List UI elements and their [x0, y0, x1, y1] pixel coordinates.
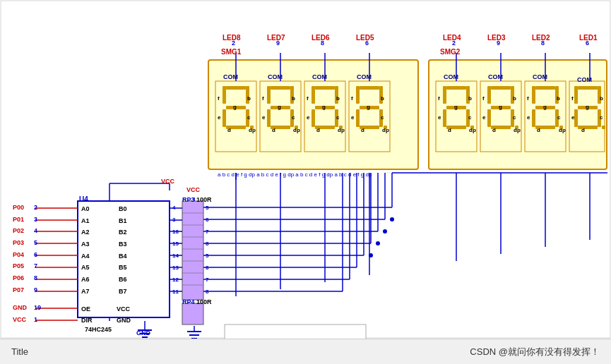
- svg-rect-11: [226, 86, 246, 90]
- rp4-value: 100R: [196, 298, 212, 305]
- seg-g-led6: g: [322, 104, 326, 110]
- ic-pin-a0: A0: [81, 205, 90, 212]
- svg-rect-84: [182, 303, 203, 324]
- port-gnd: GND: [13, 304, 27, 311]
- seg-b-led1: b: [600, 95, 603, 102]
- seg-f-led6: f: [307, 95, 309, 102]
- port-p02: P02: [13, 227, 24, 234]
- vcc-rp3: VCC: [186, 186, 200, 193]
- svg-rect-74: [602, 126, 605, 129]
- seg-g-led1: g: [586, 104, 589, 110]
- seg-f-led1: f: [571, 95, 574, 102]
- com2-label: COM: [268, 73, 283, 80]
- seg-g-led7: g: [278, 104, 281, 110]
- seg-d-led4: d: [448, 127, 451, 133]
- seg-c-led1: c: [600, 114, 603, 121]
- com3-label: COM: [312, 73, 327, 80]
- main-canvas: LED8 LED7 LED6 LED5 LED4 LED3 LED2 LED1 …: [0, 0, 611, 364]
- seg-dp-led2: dp: [559, 127, 566, 133]
- seg-c-led4: c: [468, 114, 471, 121]
- port-p03: P03: [13, 239, 24, 246]
- seg-c-led2: c: [557, 114, 560, 121]
- svg-rect-72: [574, 86, 578, 104]
- smg1-pin2-1: 2: [232, 40, 235, 47]
- ic-pin-a5: A5: [81, 264, 90, 271]
- smg1-pin9-1: 9: [276, 40, 280, 47]
- svg-rect-59: [535, 86, 555, 90]
- seg-e-led6: e: [307, 114, 309, 121]
- seg-c-led3: c: [513, 114, 516, 121]
- svg-rect-63: [532, 109, 535, 127]
- com1-label: COM: [223, 73, 238, 80]
- port-num-p02: 4: [34, 227, 37, 234]
- svg-rect-48: [443, 86, 446, 104]
- rp3-value: 100R: [196, 196, 212, 203]
- svg-point-128: [390, 217, 394, 222]
- com8-label: COM: [577, 76, 592, 83]
- seg-b-led3: b: [513, 95, 516, 102]
- seg-f-led2: f: [527, 95, 529, 102]
- rp3-pins-left: 43161514131211: [172, 202, 179, 298]
- smg2-pin2-1: 2: [452, 40, 456, 47]
- ic-chip-name: 74HC245: [85, 326, 112, 333]
- svg-point-129: [383, 229, 387, 233]
- seg-dp-led8: dp: [249, 127, 256, 133]
- seg-b-led8: b: [247, 95, 251, 102]
- watermark: CSDN @就问你有没有得发挥！: [470, 346, 600, 358]
- seg-f-led4: f: [438, 95, 440, 102]
- ic-u4-name: U4: [79, 195, 88, 203]
- seg-f-led8: f: [218, 95, 220, 102]
- svg-rect-27: [315, 86, 335, 90]
- vcc-ic-right: VCC: [161, 178, 174, 185]
- seg-e-led8: e: [218, 114, 220, 121]
- seg-b-led6: b: [336, 95, 340, 102]
- seg-b-led4: b: [468, 95, 472, 102]
- port-p05: P05: [13, 262, 24, 269]
- seg-f-led5: f: [351, 95, 353, 102]
- smg2-pin6-1: 6: [586, 40, 589, 47]
- gnd-symbol-label: GND: [136, 329, 150, 336]
- port-num-p06: 8: [34, 274, 37, 281]
- ic-pin-b7: B7: [119, 288, 127, 295]
- seg-d-led7: d: [272, 127, 275, 133]
- seg-g-led3: g: [499, 104, 502, 110]
- ic-pin-a4: A4: [81, 253, 90, 260]
- port-p07: P07: [13, 286, 24, 293]
- port-num-gnd: 19: [34, 304, 41, 311]
- seg-b-led7: b: [292, 95, 295, 102]
- svg-point-130: [376, 241, 380, 245]
- seg-g-led4: g: [454, 104, 458, 110]
- svg-rect-64: [532, 86, 535, 104]
- com4-label: COM: [357, 73, 372, 80]
- seg-d-led2: d: [537, 127, 540, 133]
- com5-label: COM: [444, 73, 458, 80]
- seg-dp-led7: dp: [293, 127, 300, 133]
- com6-label: COM: [488, 73, 503, 80]
- com7-label: COM: [533, 73, 547, 80]
- seg-dp-led6: dp: [338, 127, 345, 133]
- svg-rect-19: [271, 86, 290, 90]
- seg-g-led5: g: [367, 104, 370, 110]
- seg-d-led5: d: [361, 127, 364, 133]
- ic-pin-b1: B1: [119, 217, 127, 224]
- smg1-pin6-1: 6: [365, 40, 369, 47]
- smg1-bottom-pins: a b c d e f g dp a b c d e f g dp a b c …: [218, 171, 372, 178]
- seg-f-led3: f: [482, 95, 485, 102]
- smg1-label: SMG1: [221, 48, 241, 56]
- svg-rect-16: [223, 86, 226, 104]
- port-vcc: VCC: [13, 316, 26, 323]
- smg2-pin9-1: 9: [497, 40, 500, 47]
- seg-e-led2: e: [527, 114, 530, 121]
- ic-pin-a2: A2: [81, 229, 90, 236]
- port-num-p00: 2: [34, 204, 37, 211]
- ic-pin-a7: A7: [81, 288, 90, 295]
- svg-rect-67: [578, 86, 598, 90]
- svg-rect-0: [1, 1, 610, 338]
- ic-pin-b3: B3: [119, 241, 127, 248]
- ic-pin-b2: B2: [119, 229, 127, 236]
- ic-pin-b0: B0: [119, 205, 127, 212]
- svg-rect-15: [223, 109, 226, 127]
- ic-pin-b6: B6: [119, 276, 127, 283]
- svg-rect-56: [487, 86, 491, 104]
- svg-point-131: [369, 253, 373, 257]
